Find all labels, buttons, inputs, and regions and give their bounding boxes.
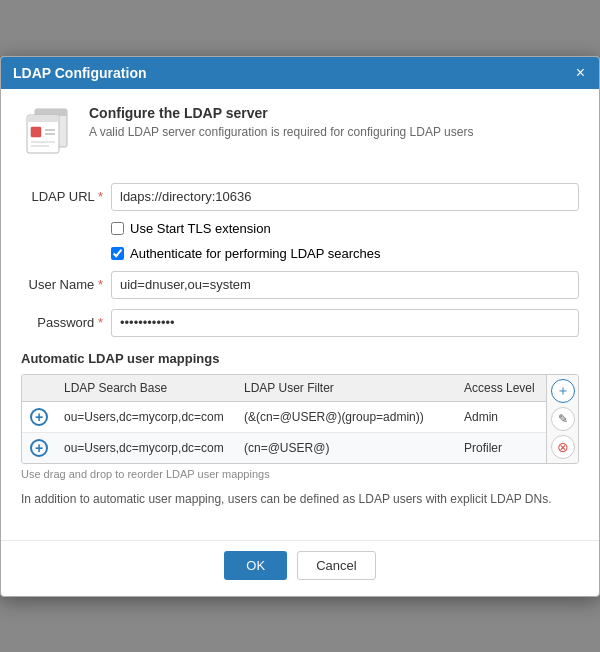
table-row: + ou=Users,dc=mycorp,dc=com (&(cn=@USER@… [22, 401, 546, 432]
ldap-url-input[interactable] [111, 183, 579, 211]
dialog-body: Configure the LDAP server A valid LDAP s… [1, 89, 599, 540]
password-row: Password * [21, 309, 579, 337]
delete-icon: ⊗ [557, 439, 569, 455]
tls-label: Use Start TLS extension [130, 221, 271, 236]
password-label: Password * [21, 315, 111, 330]
add-mapping-button[interactable]: ＋ [551, 379, 575, 403]
info-text: Configure the LDAP server A valid LDAP s… [89, 105, 473, 139]
row-add-icon[interactable]: + [22, 401, 56, 432]
info-description: A valid LDAP server configuration is req… [89, 125, 473, 139]
table-row: + ou=Users,dc=mycorp,dc=com (cn=@USER@) … [22, 432, 546, 463]
tls-row: Use Start TLS extension [111, 221, 579, 236]
edit-mapping-button[interactable]: ✎ [551, 407, 575, 431]
access-level-cell: Profiler [456, 432, 546, 463]
password-input[interactable] [111, 309, 579, 337]
tls-checkbox[interactable] [111, 222, 124, 235]
col3-header: LDAP User Filter [236, 375, 456, 402]
username-row: User Name * [21, 271, 579, 299]
search-base-cell: ou=Users,dc=mycorp,dc=com [56, 432, 236, 463]
authenticate-checkbox[interactable] [111, 247, 124, 260]
close-button[interactable]: × [574, 65, 587, 81]
svg-rect-3 [27, 115, 59, 122]
col4-header: Access Level [456, 375, 546, 402]
mappings-table: LDAP Search Base LDAP User Filter Access… [22, 375, 546, 463]
dialog-footer: OK Cancel [1, 540, 599, 596]
dialog-header: LDAP Configuration × [1, 57, 599, 89]
table-main: LDAP Search Base LDAP User Filter Access… [22, 375, 546, 463]
table-actions: ＋ ✎ ⊗ [546, 375, 578, 463]
ldap-url-row: LDAP URL * [21, 183, 579, 211]
mappings-title: Automatic LDAP user mappings [21, 351, 579, 366]
col2-header: LDAP Search Base [56, 375, 236, 402]
add-icon: ＋ [556, 382, 570, 400]
ldap-config-dialog: LDAP Configuration × C [0, 56, 600, 597]
edit-icon: ✎ [558, 412, 568, 426]
ldap-server-icon [21, 105, 75, 155]
authenticate-row: Authenticate for performing LDAP searche… [111, 246, 579, 261]
col1-header [22, 375, 56, 402]
search-base-cell: ou=Users,dc=mycorp,dc=com [56, 401, 236, 432]
row-add-icon[interactable]: + [22, 432, 56, 463]
authenticate-label: Authenticate for performing LDAP searche… [130, 246, 381, 261]
note-text: In addition to automatic user mapping, u… [21, 490, 579, 508]
access-level-cell: Admin [456, 401, 546, 432]
info-section: Configure the LDAP server A valid LDAP s… [21, 105, 579, 165]
user-filter-cell: (&(cn=@USER@)(group=admin)) [236, 401, 456, 432]
user-filter-cell: (cn=@USER@) [236, 432, 456, 463]
ok-button[interactable]: OK [224, 551, 287, 580]
delete-mapping-button[interactable]: ⊗ [551, 435, 575, 459]
info-heading: Configure the LDAP server [89, 105, 473, 121]
username-label: User Name * [21, 277, 111, 292]
mappings-table-container: LDAP Search Base LDAP User Filter Access… [21, 374, 579, 464]
svg-rect-4 [31, 127, 41, 137]
cancel-button[interactable]: Cancel [297, 551, 375, 580]
dialog-title: LDAP Configuration [13, 65, 147, 81]
table-header-row: LDAP Search Base LDAP User Filter Access… [22, 375, 546, 402]
drag-hint: Use drag and drop to reorder LDAP user m… [21, 468, 579, 480]
username-input[interactable] [111, 271, 579, 299]
ldap-url-label: LDAP URL * [21, 189, 111, 204]
